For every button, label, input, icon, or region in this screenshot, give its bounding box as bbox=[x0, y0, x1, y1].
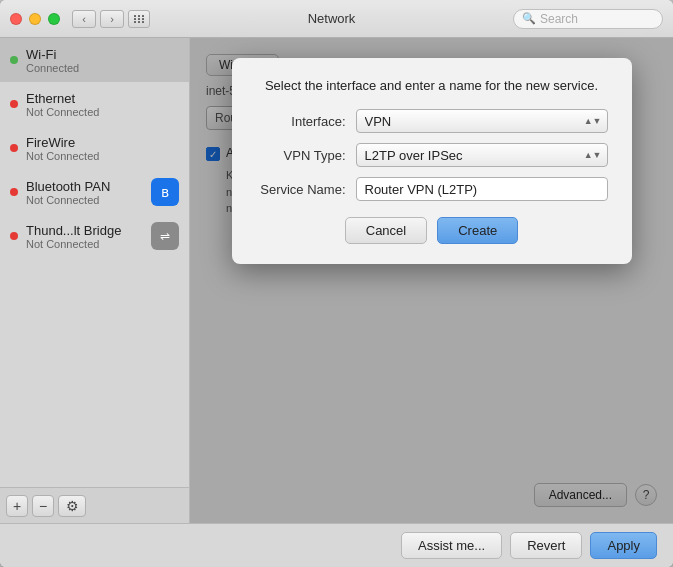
network-window: ‹ › Network 🔍 Search Wi-Fi C bbox=[0, 0, 673, 567]
vpn-type-label: VPN Type: bbox=[256, 148, 356, 163]
remove-service-button[interactable]: − bbox=[32, 495, 54, 517]
modal-overlay: Select the interface and enter a name fo… bbox=[190, 38, 673, 523]
sidebar-item-bluetooth-status: Not Connected bbox=[26, 194, 147, 206]
vpn-type-select-wrapper: L2TP over IPSec PPTP Cisco IPSec IKEv2 ▲… bbox=[356, 143, 608, 167]
titlebar: ‹ › Network 🔍 Search bbox=[0, 0, 673, 38]
sidebar-item-wifi-name: Wi-Fi bbox=[26, 47, 179, 62]
interface-select[interactable]: VPN Wi-Fi Ethernet FireWire Bluetooth PA… bbox=[356, 109, 608, 133]
modal-buttons: Cancel Create bbox=[256, 217, 608, 244]
window-title: Network bbox=[150, 11, 513, 26]
sidebar-item-wifi-text: Wi-Fi Connected bbox=[26, 47, 179, 74]
minimize-button[interactable] bbox=[29, 13, 41, 25]
bluetooth-icon: ʙ bbox=[151, 178, 179, 206]
maximize-button[interactable] bbox=[48, 13, 60, 25]
sidebar-list: Wi-Fi Connected Ethernet Not Connected F… bbox=[0, 38, 189, 487]
grid-button[interactable] bbox=[128, 10, 150, 28]
sidebar-item-ethernet[interactable]: Ethernet Not Connected bbox=[0, 82, 189, 126]
sidebar-item-firewire-name: FireWire bbox=[26, 135, 179, 150]
grid-icon bbox=[134, 15, 145, 23]
vpn-type-row: VPN Type: L2TP over IPSec PPTP Cisco IPS… bbox=[256, 143, 608, 167]
service-name-input[interactable] bbox=[356, 177, 608, 201]
traffic-lights bbox=[10, 13, 60, 25]
sidebar-item-ethernet-text: Ethernet Not Connected bbox=[26, 91, 179, 118]
sidebar-item-wifi[interactable]: Wi-Fi Connected bbox=[0, 38, 189, 82]
sidebar-item-thunderbolt-status: Not Connected bbox=[26, 238, 147, 250]
sidebar-item-bluetooth-text: Bluetooth PAN Not Connected bbox=[26, 179, 147, 206]
sidebar-item-bluetooth-name: Bluetooth PAN bbox=[26, 179, 147, 194]
new-service-dialog: Select the interface and enter a name fo… bbox=[232, 58, 632, 264]
add-service-button[interactable]: + bbox=[6, 495, 28, 517]
interface-row: Interface: VPN Wi-Fi Ethernet FireWire B… bbox=[256, 109, 608, 133]
modal-title: Select the interface and enter a name fo… bbox=[256, 78, 608, 93]
nav-buttons: ‹ › bbox=[72, 10, 124, 28]
interface-select-wrapper: VPN Wi-Fi Ethernet FireWire Bluetooth PA… bbox=[356, 109, 608, 133]
close-button[interactable] bbox=[10, 13, 22, 25]
search-icon: 🔍 bbox=[522, 12, 536, 25]
service-name-label: Service Name: bbox=[256, 182, 356, 197]
service-name-row: Service Name: bbox=[256, 177, 608, 201]
sidebar-item-thunderbolt-name: Thund...lt Bridge bbox=[26, 223, 147, 238]
status-dot-thunderbolt bbox=[10, 232, 18, 240]
sidebar-item-bluetooth[interactable]: Bluetooth PAN Not Connected ʙ bbox=[0, 170, 189, 214]
sidebar: Wi-Fi Connected Ethernet Not Connected F… bbox=[0, 38, 190, 523]
cancel-button[interactable]: Cancel bbox=[345, 217, 427, 244]
status-dot-firewire bbox=[10, 144, 18, 152]
vpn-type-select[interactable]: L2TP over IPSec PPTP Cisco IPSec IKEv2 bbox=[356, 143, 608, 167]
apply-button[interactable]: Apply bbox=[590, 532, 657, 559]
sidebar-item-firewire-text: FireWire Not Connected bbox=[26, 135, 179, 162]
sidebar-item-firewire-status: Not Connected bbox=[26, 150, 179, 162]
gear-menu-button[interactable]: ⚙ bbox=[58, 495, 86, 517]
sidebar-item-ethernet-status: Not Connected bbox=[26, 106, 179, 118]
create-button[interactable]: Create bbox=[437, 217, 518, 244]
search-box[interactable]: 🔍 Search bbox=[513, 9, 663, 29]
sidebar-toolbar: + − ⚙ bbox=[0, 487, 189, 523]
status-dot-wifi bbox=[10, 56, 18, 64]
status-dot-ethernet bbox=[10, 100, 18, 108]
interface-label: Interface: bbox=[256, 114, 356, 129]
forward-button[interactable]: › bbox=[100, 10, 124, 28]
sidebar-item-thunderbolt[interactable]: Thund...lt Bridge Not Connected ⇌ bbox=[0, 214, 189, 258]
revert-button[interactable]: Revert bbox=[510, 532, 582, 559]
main-panel: Wi-Fi Off inet-5B50 .100. Router VPN (L2… bbox=[190, 38, 673, 523]
content-area: Wi-Fi Connected Ethernet Not Connected F… bbox=[0, 38, 673, 523]
sidebar-item-thunderbolt-text: Thund...lt Bridge Not Connected bbox=[26, 223, 147, 250]
sidebar-item-ethernet-name: Ethernet bbox=[26, 91, 179, 106]
search-placeholder: Search bbox=[540, 12, 578, 26]
bottom-toolbar: Assist me... Revert Apply bbox=[0, 523, 673, 567]
sidebar-item-firewire[interactable]: FireWire Not Connected bbox=[0, 126, 189, 170]
status-dot-bluetooth bbox=[10, 188, 18, 196]
assist-button[interactable]: Assist me... bbox=[401, 532, 502, 559]
back-button[interactable]: ‹ bbox=[72, 10, 96, 28]
sidebar-item-wifi-status: Connected bbox=[26, 62, 179, 74]
thunderbolt-icon: ⇌ bbox=[151, 222, 179, 250]
